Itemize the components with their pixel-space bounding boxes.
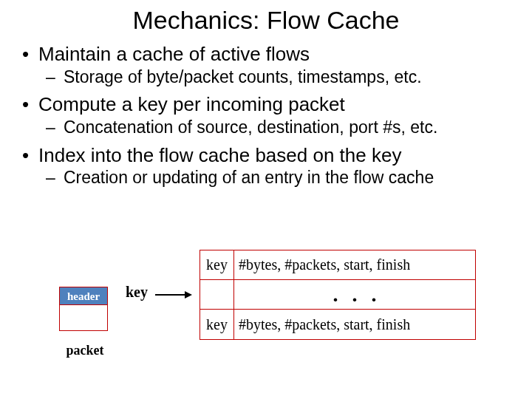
table-row: key #bytes, #packets, start, finish [200,310,475,339]
cell-key-empty [200,280,234,309]
packet-header-label: header [60,287,107,305]
cell-key: key [200,310,234,339]
table-row: . . . [200,280,475,310]
bullet-3-sub: Creation or updating of an entry in the … [38,167,510,189]
key-label: key [126,284,148,301]
bullet-2: Compute a key per incoming packet [38,92,510,117]
packet-caption: packet [59,343,111,358]
table-row: key #bytes, #packets, start, finish [200,250,475,280]
cell-dots: . . . [234,280,475,309]
diagram-area: header packet key key #bytes, #packets, … [0,259,532,392]
bullet-1-sub: Storage of byte/packet counts, timestamp… [38,66,510,89]
cell-key: key [200,250,234,279]
cell-value: #bytes, #packets, start, finish [234,250,475,279]
bullet-3: Index into the flow cache based on the k… [38,143,510,168]
cell-value: #bytes, #packets, start, finish [234,310,475,339]
arrow-icon [155,294,191,296]
bullet-2-sub: Concatenation of source, destination, po… [38,117,510,139]
cache-table: key #bytes, #packets, start, finish . . … [200,250,476,340]
bullet-1: Maintain a cache of active flows [38,42,510,66]
bullet-list: Maintain a cache of active flows Storage… [0,35,532,189]
slide-title: Mechanics: Flow Cache [0,0,532,35]
packet-box: header [59,287,108,331]
